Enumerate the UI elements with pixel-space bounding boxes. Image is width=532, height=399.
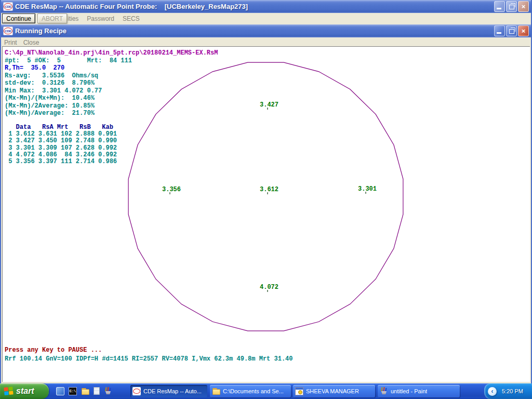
measure-tick-icon — [267, 108, 268, 110]
recipe-close-button[interactable]: × — [518, 25, 529, 36]
taskbar-button-label: C:\Documents and Se... — [223, 388, 284, 394]
stats-line: (Mx-Mn)/Average: 21.70% — [5, 110, 218, 117]
taskbar-clock[interactable]: 5:20 PM — [502, 388, 523, 394]
hide-icons-chevron-icon[interactable]: ‹ — [488, 387, 497, 396]
folder-icon[interactable] — [81, 387, 89, 395]
command-prompt-icon[interactable]: C:\ — [69, 387, 77, 395]
recipe-menubar: PrintClose — [4, 39, 39, 46]
minimize-icon — [497, 32, 501, 34]
paint-icon[interactable] — [104, 387, 112, 395]
notepad-icon[interactable] — [94, 387, 100, 395]
recipe-restore-button[interactable] — [506, 25, 517, 36]
stats-block: C:\4p_NT\Nanolab_4in.prj\4in_5pt.rcp\201… — [5, 49, 218, 117]
close-icon: × — [522, 3, 526, 10]
data-table: Data RsA Mrt RsB Kab 1 3.612 3.631 102 2… — [5, 124, 117, 165]
stats-line: (Mx-Mn)/2Average: 10.85% — [5, 102, 218, 110]
menu-item-secs[interactable]: SECS — [123, 15, 140, 22]
wafer-point-right: 3.301 — [358, 185, 377, 193]
pause-message: Press any Key to PAUSE ... — [5, 347, 102, 354]
taskbar-button-label: CDE ResMap -- Auto... — [143, 388, 202, 394]
system-tray: ‹ 5:20 PM — [484, 383, 532, 399]
probe-status-line: Rrf 100.14 GnV=100 IDPf=H #d=1415 RI=255… — [5, 355, 293, 363]
measure-tick-icon — [365, 192, 366, 194]
recipe-content: 3.4273.3563.6123.3014.072 C:\4p_NT\Nanol… — [2, 46, 530, 382]
continue-button[interactable]: Continue — [2, 14, 35, 23]
measure-tick-icon — [169, 192, 170, 194]
restore-icon — [509, 5, 514, 9]
stats-line: (Mx-Mn)/(Mx+Mn): 10.46% — [5, 95, 218, 102]
restore-icon — [509, 29, 514, 34]
stats-line: #pt: 5 #OK: 5 Mrt: 84 111 — [5, 57, 218, 65]
minimize-icon — [497, 8, 501, 9]
wafer-point-left: 3.356 — [162, 186, 181, 193]
wafer-value: 3.427 — [260, 101, 278, 109]
wafer-value: 4.072 — [260, 284, 278, 291]
main-window-title: CDE ResMap -- Automatic Four Point Probe… — [15, 3, 248, 10]
stats-line: Rs-avg: 3.5536 Ohms/sq — [5, 72, 218, 80]
recipe-logo-icon: CDE — [3, 26, 13, 35]
taskbar-button-label: untitled - Paint — [391, 388, 427, 394]
start-button[interactable]: start — [0, 383, 49, 399]
taskbar-button-label: SHEEVA MANAGER — [306, 388, 359, 394]
restore-button[interactable] — [506, 1, 517, 12]
taskbar-button[interactable]: CDE ResMap -- Auto... — [130, 385, 207, 397]
wafer-value: 3.612 — [260, 186, 278, 193]
table-row: 2 3.427 3.450 109 2.748 0.990 — [5, 138, 117, 144]
stats-line: C:\4p_NT\Nanolab_4in.prj\4in_5pt.rcp\201… — [5, 49, 218, 57]
app-icon — [295, 387, 303, 395]
menu-item-ities[interactable]: ities — [68, 15, 78, 22]
measure-tick-icon — [267, 290, 268, 292]
stats-line: std-dev: 0.3126 8.796% — [5, 79, 218, 87]
stats-line: Min Max: 3.301 4.072 0.77 — [5, 87, 218, 95]
wafer-value: 3.356 — [162, 186, 181, 193]
main-menubar: itiesPasswordSECS — [68, 15, 140, 22]
close-button[interactable]: × — [518, 1, 529, 12]
minimize-button[interactable] — [494, 1, 505, 12]
wafer-value: 3.301 — [358, 185, 377, 193]
menu-item-close[interactable]: Close — [23, 39, 39, 46]
wafer-point-bottom: 4.072 — [260, 284, 278, 291]
folder-icon — [212, 387, 220, 395]
main-window: CDE CDE ResMap -- Automatic Four Point P… — [0, 0, 532, 383]
table-row: 3 3.301 3.309 107 2.628 0.992 — [5, 145, 117, 152]
paint-icon — [380, 387, 388, 395]
recipe-titlebar: CDE Running Recipe × — [1, 24, 531, 37]
app-logo-icon: CDE — [3, 2, 13, 11]
start-button-label: start — [16, 387, 34, 396]
taskbar-button[interactable]: SHEEVA MANAGER — [293, 385, 375, 397]
menu-item-password[interactable]: Password — [87, 15, 114, 22]
windows-flag-icon — [4, 387, 14, 396]
main-titlebar: CDE CDE ResMap -- Automatic Four Point P… — [1, 0, 531, 13]
cde-icon — [132, 387, 141, 395]
wafer-point-top: 3.427 — [260, 101, 278, 109]
recipe-window-title: Running Recipe — [15, 27, 66, 35]
stats-line: R,Th= 35.0 270 — [5, 64, 218, 72]
taskbar-button[interactable]: C:\Documents and Se... — [210, 385, 291, 397]
show-desktop-icon[interactable] — [56, 387, 64, 395]
wafer-point-center: 3.612 — [260, 186, 278, 193]
close-icon: × — [522, 27, 526, 35]
measure-tick-icon — [267, 192, 268, 194]
quick-launch: C:\ — [56, 387, 112, 395]
recipe-minimize-button[interactable] — [494, 25, 505, 36]
table-row: 5 3.356 3.397 111 2.714 0.986 — [5, 158, 117, 165]
taskbar: start C:\ CDE ResMap -- Auto...C:\Docume… — [0, 383, 532, 399]
menu-item-print[interactable]: Print — [4, 39, 17, 46]
taskbar-button[interactable]: untitled - Paint — [378, 385, 460, 397]
abort-button[interactable]: ABORT — [37, 14, 67, 23]
